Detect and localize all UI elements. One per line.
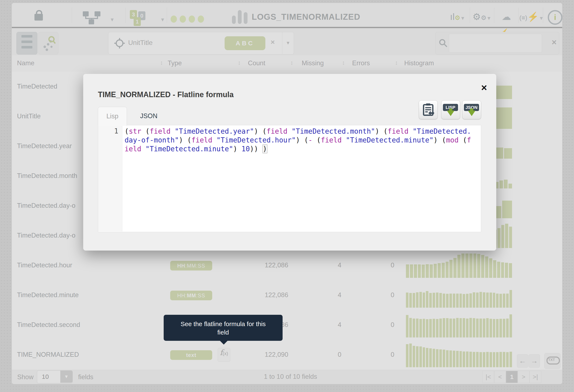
- tooltip-text-line1: See the flatline formula for this: [164, 320, 283, 328]
- flatline-formula-modal: TIME_NORMALIZED - Flatline formula × Lis…: [83, 74, 496, 251]
- line-number: 1: [114, 127, 118, 135]
- tooltip-text-line2: field: [164, 328, 283, 336]
- download-lisp-button[interactable]: LISP: [441, 100, 460, 119]
- close-icon[interactable]: ×: [481, 84, 487, 92]
- download-arrow-icon: [468, 111, 475, 116]
- clipboard-icon: [421, 103, 435, 116]
- download-json-button[interactable]: JSON: [462, 100, 481, 119]
- tooltip: See the flatline formula for this field: [164, 315, 283, 341]
- screen: ▼ 3 0 1 ▼ LOGS_TIMENORMALIZED ıl⚙▼ ⚙⚙▼ ☁…: [0, 0, 574, 392]
- flatline-code[interactable]: (str (field "TimeDetected.year") (field …: [124, 127, 472, 153]
- tab-lisp[interactable]: Lisp: [98, 107, 127, 126]
- editor-gutter: 1: [98, 125, 122, 231]
- download-arrow-icon: [447, 111, 454, 116]
- modal-title: TIME_NORMALIZED - Flatline formula: [98, 90, 234, 99]
- copy-to-clipboard-button[interactable]: [419, 100, 438, 119]
- code-editor[interactable]: 1 (str (field "TimeDetected.year") (fiel…: [98, 125, 481, 232]
- tab-json[interactable]: JSON: [136, 107, 161, 125]
